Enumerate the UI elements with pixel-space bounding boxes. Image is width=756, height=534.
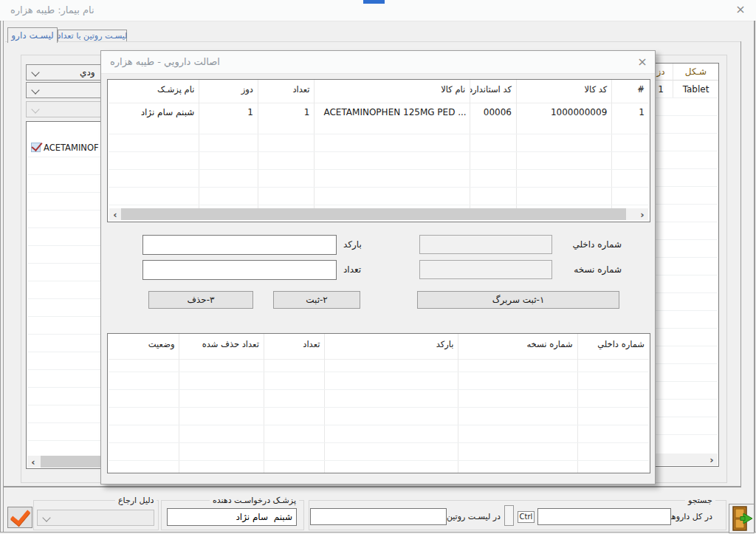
table1-col-physician: نام پزشـکشبنم سام نژاد	[109, 80, 199, 208]
column-header: تعداد حذف شده	[179, 334, 263, 360]
barcode-input[interactable]	[142, 235, 337, 255]
table2-col-deleted-count: تعداد حذف شده	[179, 334, 263, 473]
shape-value: Tablet	[683, 84, 709, 95]
internal-number-label: شماره داخلي	[515, 239, 622, 250]
cell: 1000000009	[517, 103, 611, 125]
physician-name-field[interactable]	[167, 508, 297, 526]
column-header: #	[612, 80, 649, 103]
tab-routine-list-label: لیسـت روتین با تعداد	[58, 31, 128, 41]
tab-drug-list[interactable]: لیسـت دارو	[7, 27, 58, 43]
dialog-title: اصالت دارويي - طيبه هزاره	[110, 56, 220, 67]
red-check-icon	[31, 140, 42, 151]
search-group-label: جستجو	[685, 496, 715, 505]
dose-value: 1	[658, 84, 664, 95]
table2-columns: شماره داخلي شماره نسخه بارکد تعداد تعداد…	[109, 334, 649, 473]
exit-door-icon	[731, 505, 753, 532]
table1-col-index: #1	[611, 80, 649, 208]
window-border-right	[754, 21, 755, 533]
cell: ACETAMINOPHEN 125MG PED ...	[315, 103, 470, 125]
referral-group-label: دلیل ارجاع	[115, 496, 157, 505]
main-window-title: نام بیمار: طیبه هزاره	[10, 4, 94, 16]
column-header: شماره داخلي	[578, 334, 649, 360]
chevron-down-icon	[31, 68, 39, 76]
shape-column-header: شـکل	[685, 66, 707, 77]
scroll-left-arrow-icon[interactable]: ‹	[27, 456, 39, 468]
main-close-icon[interactable]: ×	[734, 4, 747, 17]
tabstrip-baseline	[5, 41, 740, 42]
referral-reason-combo-disabled	[37, 510, 154, 526]
exit-button[interactable]	[729, 504, 755, 533]
quantity-input[interactable]	[142, 260, 337, 280]
scroll-left-arrow-icon[interactable]: ‹	[109, 208, 121, 220]
barcode-label: بارکد	[343, 239, 362, 250]
scrollbar-thumb[interactable]	[121, 208, 626, 220]
window-border-left-outer	[0, 21, 1, 533]
table2-col-status: وضعیت	[109, 334, 179, 473]
table1-columns: #1 کد کالا1000000009 کد استاندارد00006 ن…	[109, 80, 649, 208]
column-header: تعداد	[264, 334, 325, 360]
table2-col-barcode: بارکد	[324, 334, 458, 473]
filter-combo-1-value: ودي	[80, 67, 95, 78]
background-window-fragment	[363, 0, 385, 4]
scroll-right-arrow-icon[interactable]: ›	[706, 453, 718, 465]
physician-group-label: پزشـک درخواسـت دهنده	[210, 496, 299, 505]
cell: شبنم سام نژاد	[109, 103, 199, 125]
prescription-items-table[interactable]: #1 کد کالا1000000009 کد استاندارد00006 ن…	[107, 79, 650, 222]
table1-col-item-name: نام کالاACETAMINOPHEN 125MG PED ...	[314, 80, 470, 208]
column-header: کد کالا	[517, 80, 611, 103]
table1-horizontal-scrollbar[interactable]: ‹ ›	[109, 208, 648, 220]
table1-col-dose: دوز1	[199, 80, 258, 208]
column-header: نام پزشـک	[109, 80, 199, 103]
table1-col-quantity: تعداد1	[258, 80, 315, 208]
cell: 1	[612, 103, 649, 125]
cell: 1	[199, 103, 258, 125]
column-header: بارکد	[325, 334, 458, 360]
search-separator-box	[504, 505, 514, 526]
scroll-right-arrow-icon[interactable]: ›	[636, 208, 648, 220]
confirm-button[interactable]	[7, 507, 32, 528]
column-header: وضعیت	[109, 334, 179, 360]
checked-checkbox-icon[interactable]	[31, 143, 41, 152]
tab-drug-list-label: لیسـت دارو	[11, 30, 53, 41]
orange-check-icon	[10, 504, 30, 525]
quantity-label: تعداد	[343, 264, 361, 275]
shape-column-header-cell: شـکل	[673, 64, 718, 81]
table1-col-item-code: کد کالا1000000009	[516, 80, 611, 208]
table1-col-standard-code: کد استاندارد00006	[470, 80, 516, 208]
routine-list-label: در لیسـت روتین	[446, 512, 501, 521]
cell: 00006	[470, 103, 516, 125]
column-header: کد استاندارد	[470, 80, 516, 103]
drug-authenticity-dialog: اصالت دارويي - طيبه هزاره × #1 کد کالا10…	[100, 50, 656, 485]
table2-col-quantity: تعداد	[264, 334, 325, 473]
save-button[interactable]: ۲-ثبت	[273, 291, 360, 309]
list-item-label: ACETAMINOF	[44, 143, 99, 153]
column-header: تعداد	[258, 80, 315, 103]
table2-col-internal: شماره داخلي	[577, 334, 649, 473]
save-header-button[interactable]: ۱-ثبت سربرگ	[417, 291, 619, 309]
tab-routine-list[interactable]: لیسـت روتین با تعداد	[58, 30, 127, 41]
ctrl-key-badge: Ctrl	[518, 511, 535, 523]
prescription-number-label: شماره نسخه	[515, 264, 622, 275]
bottombar-separator	[4, 486, 741, 487]
cell: 1	[258, 103, 315, 125]
window-border-left-inner	[3, 21, 4, 533]
routine-list-search-input[interactable]	[310, 508, 447, 525]
content-border-right	[740, 41, 741, 486]
chevron-down-icon	[31, 105, 39, 113]
scrollbar-track[interactable]	[121, 208, 636, 220]
column-header: دوز	[199, 80, 258, 103]
column-header: شماره نسخه	[458, 334, 577, 360]
column-header: نام کالا	[315, 80, 470, 103]
all-drugs-search-input[interactable]	[537, 508, 671, 525]
chevron-down-icon	[42, 513, 50, 521]
dialog-close-icon[interactable]: ×	[636, 56, 649, 69]
all-drugs-label: در کل داروها	[667, 512, 712, 521]
table2-col-prescription: شماره نسخه	[458, 334, 577, 473]
scanned-barcodes-table[interactable]: شماره داخلي شماره نسخه بارکد تعداد تعداد…	[107, 333, 650, 473]
shape-value-cell: Tablet	[673, 81, 718, 98]
dose-column-header: دز	[656, 66, 664, 77]
app-window: نام بیمار: طیبه هزاره × لیسـت دارو لیسـت…	[0, 0, 756, 534]
delete-button[interactable]: ۳-حذف	[148, 291, 253, 309]
chevron-down-icon	[31, 86, 39, 94]
window-border-bottom	[0, 532, 756, 533]
